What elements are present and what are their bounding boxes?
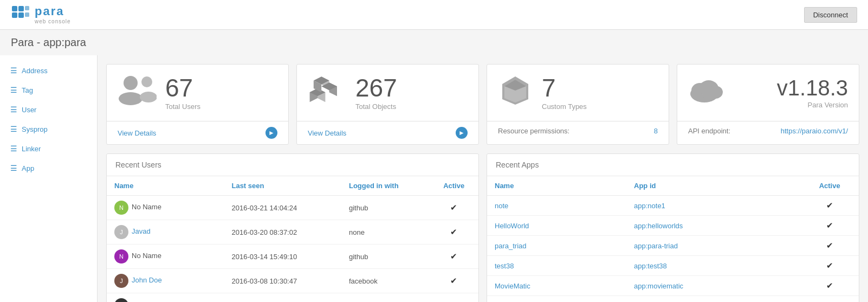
user-name-text: No Name [132, 252, 161, 260]
sidebar-item-sysprop[interactable]: ☰ Sysprop [0, 119, 97, 139]
stat-types-number: 7 [542, 75, 587, 100]
last-seen-cell: 2016-03-08 10:30:47 [224, 269, 341, 293]
list-icon-address: ☰ [10, 66, 17, 75]
avatar: N [114, 249, 128, 264]
sidebar-item-user[interactable]: ☰ User [0, 100, 97, 119]
user-link[interactable]: John Doe [132, 276, 162, 284]
sidebar-label-tag: Tag [22, 86, 33, 94]
stat-card-users-top: 67 Total Users [107, 65, 288, 121]
api-endpoint-label: API endpoint: [688, 127, 730, 135]
cloud-icon [688, 74, 727, 111]
logo-text: para web console [35, 5, 71, 24]
logo-area: para web console [11, 5, 71, 24]
app-name-link[interactable]: MovieMatic [495, 282, 530, 290]
svg-point-6 [124, 76, 138, 90]
col-app-name: Name [487, 176, 626, 196]
stat-users-info: 67 Total Users [165, 75, 200, 111]
logged-in-cell: github [341, 293, 429, 303]
app-id-link[interactable]: app:helloworlds [634, 222, 683, 230]
table-row: JJohn Doe2016-03-08 10:30:47facebook✔ [107, 269, 478, 293]
stat-objects-bottom: View Details ► [297, 121, 478, 144]
logged-in-cell: none [341, 220, 429, 245]
app-id-link[interactable]: app:note1 [634, 202, 665, 210]
table-row: HelloWorldapp:helloworlds✔ [487, 216, 859, 236]
list-icon-tag: ☰ [10, 86, 17, 94]
sidebar-label-app: App [22, 164, 34, 172]
checkmark-icon: ✔ [450, 276, 457, 285]
col-app-id: App id [626, 176, 800, 196]
stat-version-number: v1.18.3 [777, 77, 848, 99]
last-seen-cell: 2016-03-21 14:04:24 [224, 196, 341, 220]
checkmark-icon: ✔ [450, 252, 457, 261]
stat-users-label: Total Users [165, 102, 200, 111]
stat-types-bottom: Resource permissions: 8 [487, 121, 669, 140]
app-id-link[interactable]: app:test38 [634, 262, 667, 270]
user-link[interactable]: Javad [132, 227, 151, 235]
active-cell: ✔ [429, 220, 478, 245]
active-cell: ✔ [429, 269, 478, 293]
logged-in-cell: github [341, 245, 429, 269]
view-details-users-link[interactable]: View Details [118, 129, 156, 137]
sidebar-item-linker[interactable]: ☰ Linker [0, 139, 97, 158]
checkmark-icon: ✔ [450, 227, 457, 236]
stat-objects-info: 267 Total Objects [355, 75, 397, 111]
user-name-cell: JJavad [107, 220, 224, 245]
app-active-cell: ✔ [800, 196, 859, 216]
app-active-cell: ✔ [800, 236, 859, 256]
avatar: M [114, 298, 128, 302]
svg-rect-4 [25, 6, 29, 10]
app-id-cell: app:note1 [626, 196, 800, 216]
app-name-link[interactable]: note [495, 202, 508, 210]
objects-icon [308, 74, 347, 111]
disconnect-button[interactable]: Disconnect [804, 7, 857, 23]
col-logged-in: Logged in with [341, 176, 429, 196]
logged-in-cell: facebook [341, 269, 429, 293]
app-id-link[interactable]: app:moviematic [634, 282, 683, 290]
active-cell: ✔ [429, 293, 478, 303]
svg-rect-2 [12, 12, 17, 18]
app-id-link[interactable]: app:para-triad [634, 242, 678, 250]
sidebar: ☰ Address ☰ Tag ☰ User ☰ Sysprop ☰ Linke… [0, 55, 98, 302]
user-name-cell: NNo Name [107, 245, 224, 269]
table-row: NNo Name2016-03-14 15:49:10github✔ [107, 245, 478, 269]
resource-permissions-value[interactable]: 8 [654, 127, 658, 135]
app-name-link[interactable]: HelloWorld [495, 222, 529, 230]
content-area: 67 Total Users View Details ► [98, 55, 868, 302]
header: para web console Disconnect [0, 0, 868, 30]
recent-apps-table: Name App id Active noteapp:note1✔HelloWo… [487, 176, 859, 296]
api-endpoint-link[interactable]: https://paraio.com/v1/ [781, 127, 848, 135]
stat-card-types: 7 Custom Types Resource permissions: 8 [487, 64, 669, 145]
app-id-cell: app:test38 [626, 256, 800, 276]
recent-users-header: Recent Users [107, 154, 478, 176]
arrow-icon-objects[interactable]: ► [456, 127, 468, 139]
app-name-cell: note [487, 196, 626, 216]
checkmark-icon: ✔ [826, 261, 833, 270]
app-active-cell: ✔ [800, 256, 859, 276]
types-icon [498, 74, 533, 111]
active-cell: ✔ [429, 245, 478, 269]
logged-in-cell: github [341, 196, 429, 220]
sidebar-label-user: User [22, 106, 36, 114]
app-name-link[interactable]: test38 [495, 262, 514, 270]
table-row: para_triadapp:para-triad✔ [487, 236, 859, 256]
recent-users-table: Name Last seen Logged in with Active NNo… [107, 176, 478, 302]
app-name-link[interactable]: para_triad [495, 242, 527, 250]
table-row: noteapp:note1✔ [487, 196, 859, 216]
app-title: Para - app:para [0, 30, 868, 55]
arrow-icon-users[interactable]: ► [265, 127, 277, 139]
list-icon-app: ☰ [10, 164, 17, 172]
app-name-cell: test38 [487, 256, 626, 276]
sidebar-item-tag[interactable]: ☰ Tag [0, 80, 97, 100]
app-active-cell: ✔ [800, 216, 859, 236]
checkmark-icon: ✔ [450, 203, 457, 212]
stat-version-info: v1.18.3 Para Version [777, 77, 848, 109]
stat-card-version-top: v1.18.3 Para Version [677, 65, 859, 121]
svg-rect-1 [18, 6, 24, 11]
sidebar-item-app[interactable]: ☰ App [0, 158, 97, 178]
checkmark-icon: ✔ [826, 201, 833, 210]
stat-card-users: 67 Total Users View Details ► [106, 64, 289, 145]
svg-rect-3 [18, 12, 24, 18]
logo-para-label: para [35, 5, 71, 18]
view-details-objects-link[interactable]: View Details [308, 129, 346, 137]
sidebar-item-address[interactable]: ☰ Address [0, 61, 97, 80]
